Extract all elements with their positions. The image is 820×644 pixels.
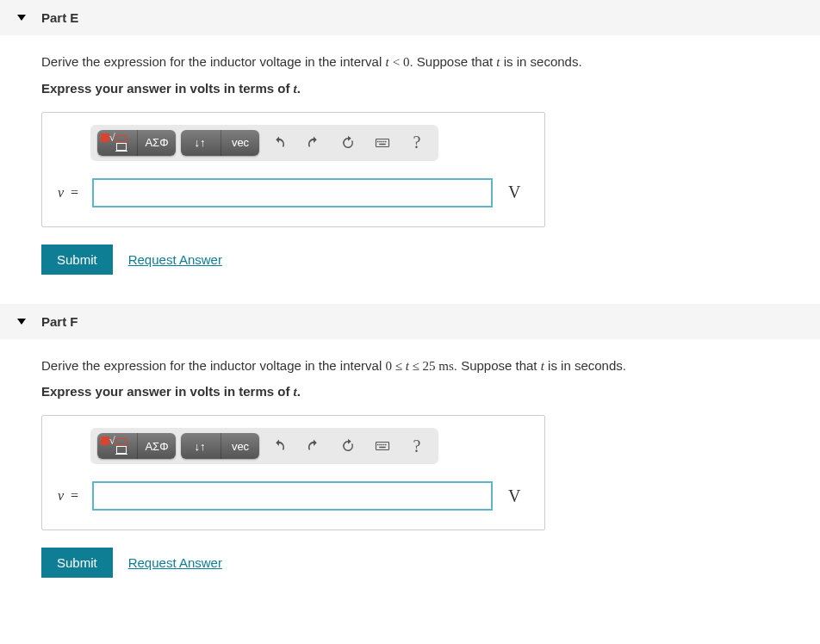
answer-unit: V	[508, 183, 529, 202]
part-body: Derive the expression for the inductor v…	[0, 35, 820, 295]
greek-button[interactable]: ΑΣΦ	[137, 433, 176, 459]
svg-rect-4	[383, 140, 385, 142]
request-answer-link[interactable]: Request Answer	[128, 252, 222, 267]
subscript-button[interactable]: ↓↑	[181, 130, 219, 156]
redo-icon	[306, 438, 321, 454]
answer-container: √ ΑΣΦ ↓↑ vec ? v =	[41, 112, 545, 227]
svg-rect-2	[379, 140, 381, 142]
question-prompt: Derive the expression for the inductor v…	[41, 356, 779, 376]
reset-icon	[340, 135, 356, 151]
undo-icon	[271, 438, 287, 454]
submit-button[interactable]: Submit	[41, 245, 113, 275]
keyboard-icon	[375, 438, 390, 454]
part-header[interactable]: Part E	[0, 0, 820, 35]
svg-rect-9	[379, 444, 381, 446]
answer-lhs: v =	[58, 488, 92, 504]
answer-hint: Express your answer in volts in terms of…	[41, 384, 779, 399]
reset-button[interactable]	[333, 130, 363, 156]
actions-row: Submit Request Answer	[41, 548, 779, 578]
svg-rect-5	[385, 140, 387, 142]
reset-button[interactable]	[333, 433, 363, 459]
vector-button[interactable]: vec	[221, 130, 259, 156]
answer-unit: V	[508, 486, 529, 506]
caret-down-icon	[17, 319, 26, 325]
redo-button[interactable]	[299, 130, 328, 156]
part-title: Part E	[41, 10, 78, 25]
redo-icon	[306, 135, 321, 151]
svg-rect-12	[385, 444, 387, 446]
help-button[interactable]: ?	[402, 130, 432, 156]
undo-icon	[271, 135, 287, 151]
question-prompt: Derive the expression for the inductor v…	[41, 53, 779, 72]
svg-rect-3	[382, 140, 383, 142]
actions-row: Submit Request Answer	[41, 245, 779, 275]
svg-rect-8	[377, 444, 379, 446]
submit-button[interactable]: Submit	[41, 548, 113, 578]
answer-row: v = V	[58, 481, 529, 511]
request-answer-link[interactable]: Request Answer	[128, 555, 222, 570]
undo-button[interactable]	[264, 130, 294, 156]
svg-rect-11	[383, 444, 385, 446]
greek-button[interactable]: ΑΣΦ	[137, 130, 176, 156]
subscript-button[interactable]: ↓↑	[181, 433, 219, 459]
redo-button[interactable]	[299, 433, 328, 459]
answer-hint: Express your answer in volts in terms of…	[41, 81, 779, 96]
keyboard-button[interactable]	[368, 433, 397, 459]
part-header[interactable]: Part F	[0, 304, 820, 339]
svg-rect-0	[376, 139, 389, 146]
templates-button[interactable]: √	[97, 433, 135, 459]
help-button[interactable]: ?	[402, 433, 432, 459]
svg-rect-7	[376, 443, 389, 450]
part-title: Part F	[41, 314, 78, 329]
caret-down-icon	[17, 15, 26, 21]
answer-input[interactable]	[92, 481, 493, 511]
keyboard-icon	[375, 135, 390, 151]
answer-input[interactable]	[92, 178, 493, 207]
part-body: Derive the expression for the inductor v…	[0, 339, 820, 599]
answer-row: v = V	[58, 178, 529, 207]
svg-rect-13	[379, 447, 386, 449]
equation-toolbar: √ ΑΣΦ ↓↑ vec ?	[90, 428, 438, 464]
svg-rect-10	[382, 444, 383, 446]
templates-button[interactable]: √	[97, 130, 135, 156]
answer-lhs: v =	[58, 185, 92, 201]
undo-button[interactable]	[264, 433, 294, 459]
keyboard-button[interactable]	[368, 130, 397, 156]
svg-rect-6	[379, 143, 386, 145]
answer-container: √ ΑΣΦ ↓↑ vec ? v =	[41, 415, 545, 530]
equation-toolbar: √ ΑΣΦ ↓↑ vec ?	[90, 125, 438, 161]
vector-button[interactable]: vec	[221, 433, 259, 459]
svg-rect-1	[377, 140, 379, 142]
reset-icon	[340, 438, 356, 454]
